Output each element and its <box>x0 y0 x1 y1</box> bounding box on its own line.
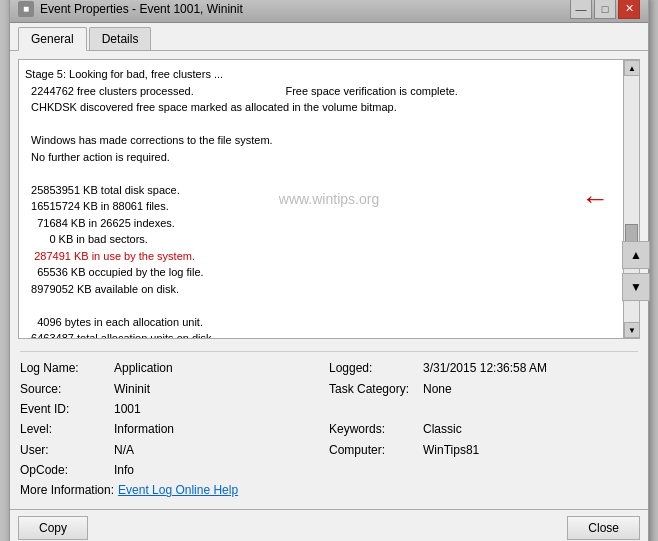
nav-up-button[interactable]: ▲ <box>622 241 650 269</box>
event-line-4: Windows has made corrections to the file… <box>25 132 617 149</box>
info-label-computer: Computer: <box>329 440 419 460</box>
window-icon: ■ <box>18 1 34 17</box>
content-area: Stage 5: Looking for bad, free clusters … <box>10 51 648 509</box>
info-row-blank <box>329 399 638 419</box>
info-label-moreinfo: More Information: <box>20 480 114 500</box>
event-text-panel[interactable]: Stage 5: Looking for bad, free clusters … <box>18 59 640 339</box>
info-row-logname: Log Name: Application <box>20 358 329 378</box>
scroll-up-button[interactable]: ▲ <box>624 60 640 76</box>
info-section: Log Name: Application Source: Wininit Ev… <box>18 347 640 501</box>
tab-details[interactable]: Details <box>89 27 152 50</box>
info-row-taskcategory: Task Category: None <box>329 379 638 399</box>
event-line-3: CHKDSK discovered free space marked as a… <box>25 99 617 116</box>
info-value-computer: WinTips81 <box>423 440 479 460</box>
event-line-10: 287491 KB in use by the system. <box>25 248 617 265</box>
info-value-eventid: 1001 <box>114 399 141 419</box>
tab-general[interactable]: General <box>18 27 87 51</box>
info-row-level: Level: Information <box>20 419 329 439</box>
info-value-taskcategory: None <box>423 379 452 399</box>
info-label-taskcategory: Task Category: <box>329 379 419 399</box>
close-window-button[interactable]: ✕ <box>618 0 640 19</box>
title-controls: — □ ✕ <box>570 0 640 19</box>
event-line-14: 6463487 total allocation units on disk. <box>25 330 617 338</box>
scroll-down-button[interactable]: ▼ <box>624 322 640 338</box>
info-row-moreinfo: More Information: Event Log Online Help <box>20 480 329 500</box>
info-row-computer: Computer: WinTips81 <box>329 440 638 460</box>
info-value-opcode: Info <box>114 460 134 480</box>
info-value-logname: Application <box>114 358 173 378</box>
event-line-2: 2244762 free clusters processed. Free sp… <box>25 83 617 100</box>
info-row-user: User: N/A <box>20 440 329 460</box>
info-label-level: Level: <box>20 419 110 439</box>
info-row-opcode: OpCode: Info <box>20 460 329 480</box>
info-value-logged: 3/31/2015 12:36:58 AM <box>423 358 547 378</box>
event-line-13: 4096 bytes in each allocation unit. <box>25 314 617 331</box>
info-row-source: Source: Wininit <box>20 379 329 399</box>
info-label-source: Source: <box>20 379 110 399</box>
section-divider <box>20 351 638 352</box>
footer-bar: Copy Close <box>10 509 648 541</box>
maximize-button[interactable]: □ <box>594 0 616 19</box>
info-label-blank <box>329 399 419 419</box>
event-line-blank2 <box>25 165 617 182</box>
info-row-keywords: Keywords: Classic <box>329 419 638 439</box>
info-label-logged: Logged: <box>329 358 419 378</box>
info-value-user: N/A <box>114 440 134 460</box>
event-line-5: No further action is required. <box>25 149 617 166</box>
info-label-opcode: OpCode: <box>20 460 110 480</box>
nav-buttons: ▲ ▼ <box>622 241 650 301</box>
event-line-11: 65536 KB occupied by the log file. <box>25 264 617 281</box>
event-line-6: 25853951 KB total disk space. <box>25 182 617 199</box>
info-label-user: User: <box>20 440 110 460</box>
tab-bar: General Details <box>10 23 648 51</box>
event-line-7: 16515724 KB in 88061 files. <box>25 198 617 215</box>
event-log-online-help-link[interactable]: Event Log Online Help <box>118 480 238 500</box>
event-line-blank3 <box>25 297 617 314</box>
info-left: Log Name: Application Source: Wininit Ev… <box>20 358 329 501</box>
info-label-eventid: Event ID: <box>20 399 110 419</box>
info-value-keywords: Classic <box>423 419 462 439</box>
event-line-12: 8979052 KB available on disk. <box>25 281 617 298</box>
info-label-keywords: Keywords: <box>329 419 419 439</box>
event-properties-window: ■ Event Properties - Event 1001, Wininit… <box>9 0 649 541</box>
info-row-eventid: Event ID: 1001 <box>20 399 329 419</box>
event-line-9: 0 KB in bad sectors. <box>25 231 617 248</box>
event-text-content: Stage 5: Looking for bad, free clusters … <box>19 60 623 338</box>
nav-down-button[interactable]: ▼ <box>622 273 650 301</box>
title-bar: ■ Event Properties - Event 1001, Wininit… <box>10 0 648 23</box>
info-value-source: Wininit <box>114 379 150 399</box>
copy-button[interactable]: Copy <box>18 516 88 540</box>
info-label-logname: Log Name: <box>20 358 110 378</box>
info-right: Logged: 3/31/2015 12:36:58 AM Task Categ… <box>329 358 638 501</box>
event-line-8: 71684 KB in 26625 indexes. <box>25 215 617 232</box>
info-row-logged: Logged: 3/31/2015 12:36:58 AM <box>329 358 638 378</box>
info-grid: Log Name: Application Source: Wininit Ev… <box>20 358 638 501</box>
event-line-blank1 <box>25 116 617 133</box>
title-bar-left: ■ Event Properties - Event 1001, Wininit <box>18 1 243 17</box>
minimize-button[interactable]: — <box>570 0 592 19</box>
event-line-1: Stage 5: Looking for bad, free clusters … <box>25 66 617 83</box>
close-button[interactable]: Close <box>567 516 640 540</box>
info-value-level: Information <box>114 419 174 439</box>
window-title: Event Properties - Event 1001, Wininit <box>40 2 243 16</box>
